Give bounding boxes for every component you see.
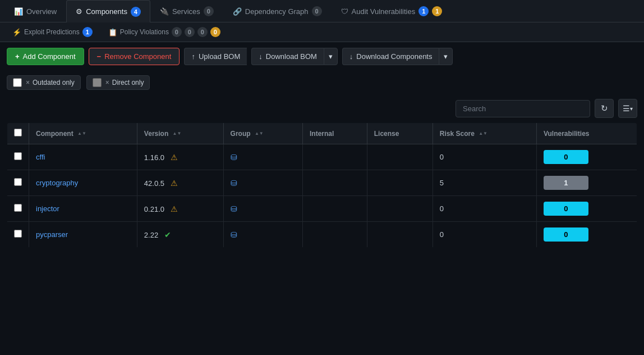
row-version: 42.0.5 ⚠ (137, 170, 223, 196)
header-risk-score-label: Risk Score (440, 130, 475, 138)
audit-badge-1: 1 (418, 6, 429, 16)
header-select-all[interactable] (7, 123, 29, 144)
version-value: 2.22 (144, 231, 158, 239)
row-checkbox-cell[interactable] (7, 144, 29, 170)
group-sort-icon: ▲▼ (255, 131, 264, 136)
row-checkbox[interactable] (14, 230, 22, 238)
tab-audit-label: Audit Vulnerabilities (352, 7, 416, 16)
row-checkbox-cell[interactable] (7, 170, 29, 196)
tab-dependency-graph[interactable]: Dependency Graph 0 (223, 0, 332, 22)
component-link[interactable]: pycparser (36, 230, 68, 239)
row-risk-score: 0 (433, 196, 536, 222)
header-internal: Internal (302, 123, 367, 144)
header-risk-score[interactable]: Risk Score ▲▼ (433, 123, 536, 144)
select-all-checkbox[interactable] (14, 129, 22, 136)
remove-component-button[interactable]: Remove Component (89, 48, 180, 65)
vuln-badge[interactable]: 0 (544, 150, 588, 164)
outdated-label: Outdated only (33, 79, 75, 87)
table-row: injector 0.21.0 ⚠ ⛁ 0 0 (7, 196, 637, 222)
audit-icon (341, 7, 348, 16)
tab-overview[interactable]: Overview (4, 0, 66, 22)
tab-audit-vulnerabilities[interactable]: Audit Vulnerabilities 1 1 (332, 0, 452, 22)
overview-icon (14, 7, 23, 16)
filter-direct[interactable]: × Direct only (86, 75, 150, 90)
search-input[interactable] (456, 100, 590, 117)
policy-badge-4: 0 (210, 27, 220, 37)
policy-violations-label: Policy Violations (120, 28, 169, 36)
network-icon[interactable]: ⛁ (231, 204, 237, 213)
row-vulnerabilities: 0 (536, 222, 637, 248)
vuln-badge[interactable]: 1 (544, 176, 588, 190)
tab-services[interactable]: Services 0 (150, 0, 223, 22)
tab-components[interactable]: Components 4 (66, 0, 150, 22)
version-sort-icon: ▲▼ (173, 131, 182, 136)
network-icon[interactable]: ⛁ (231, 230, 237, 239)
row-vulnerabilities: 1 (536, 170, 637, 196)
header-group[interactable]: Group ▲▼ (223, 123, 302, 144)
download-bom-button[interactable]: Download BOM (251, 48, 324, 65)
row-group: ⛁ (223, 170, 302, 196)
version-value: 0.21.0 (144, 205, 164, 213)
upload-bom-button[interactable]: Upload BOM (184, 48, 247, 65)
dependency-graph-badge: 0 (312, 6, 322, 16)
filter-row: × Outdated only × Direct only (0, 71, 644, 94)
status-warn-icon: ⚠ (171, 153, 178, 162)
outdated-color-box (13, 78, 22, 87)
header-version[interactable]: Version ▲▼ (137, 123, 223, 144)
table-row: pycparser 2.22 ✔ ⛁ 0 0 (7, 222, 637, 248)
component-link[interactable]: cffi (36, 153, 45, 161)
table-header-row: Component ▲▼ Version ▲▼ Group ▲▼ Interna… (7, 123, 637, 144)
download-components-icon (349, 52, 353, 61)
vuln-badge[interactable]: 0 (544, 227, 588, 242)
remove-component-label: Remove Component (104, 52, 171, 61)
upload-bom-label: Upload BOM (199, 52, 240, 61)
columns-button[interactable]: ▾ (618, 99, 637, 118)
row-license (367, 196, 433, 222)
tab-dependency-graph-label: Dependency Graph (245, 7, 309, 16)
network-icon[interactable]: ⛁ (231, 153, 237, 162)
row-group: ⛁ (223, 144, 302, 170)
version-value: 42.0.5 (144, 179, 164, 188)
row-checkbox-cell[interactable] (7, 222, 29, 248)
refresh-icon (601, 103, 608, 113)
component-link[interactable]: cryptography (36, 179, 78, 187)
remove-icon (97, 52, 102, 61)
component-link[interactable]: injector (36, 204, 59, 213)
header-group-label: Group (231, 130, 251, 138)
direct-remove-icon[interactable]: × (105, 79, 109, 87)
row-component-name: injector (29, 196, 137, 222)
refresh-button[interactable] (595, 99, 614, 118)
filter-outdated[interactable]: × Outdated only (7, 75, 81, 90)
header-component[interactable]: Component ▲▼ (29, 123, 137, 144)
tab-policy-violations[interactable]: Policy Violations 0 0 0 0 (100, 22, 228, 42)
download-components-button[interactable]: Download Components (342, 48, 439, 65)
tab-exploit-predictions[interactable]: Exploit Predictions 1 (4, 22, 100, 42)
components-table: Component ▲▼ Version ▲▼ Group ▲▼ Interna… (7, 122, 637, 248)
row-license (367, 170, 433, 196)
version-value: 1.16.0 (144, 153, 164, 162)
download-bom-dropdown[interactable]: ▾ (324, 48, 338, 65)
row-version: 2.22 ✔ (137, 222, 223, 248)
row-checkbox[interactable] (14, 178, 22, 186)
components-badge: 4 (131, 7, 141, 17)
add-component-button[interactable]: Add Component (7, 48, 84, 65)
row-checkbox-cell[interactable] (7, 196, 29, 222)
components-icon (76, 7, 82, 16)
download-components-label: Download Components (356, 52, 432, 61)
header-version-label: Version (144, 130, 168, 138)
status-ok-icon: ✔ (164, 230, 171, 239)
header-component-label: Component (36, 130, 73, 138)
vuln-badge[interactable]: 0 (544, 202, 588, 216)
row-checkbox[interactable] (14, 152, 22, 160)
direct-label: Direct only (112, 79, 144, 87)
add-component-label: Add Component (23, 52, 76, 61)
row-checkbox[interactable] (14, 204, 22, 212)
network-icon[interactable]: ⛁ (231, 179, 237, 188)
row-component-name: cryptography (29, 170, 137, 196)
download-bom-split: Download BOM ▾ (251, 48, 338, 65)
outdated-remove-icon[interactable]: × (26, 79, 30, 87)
download-components-dropdown[interactable]: ▾ (439, 48, 453, 65)
graph-icon (233, 7, 242, 16)
exploit-badge: 1 (82, 27, 93, 37)
tab-overview-label: Overview (26, 7, 57, 16)
